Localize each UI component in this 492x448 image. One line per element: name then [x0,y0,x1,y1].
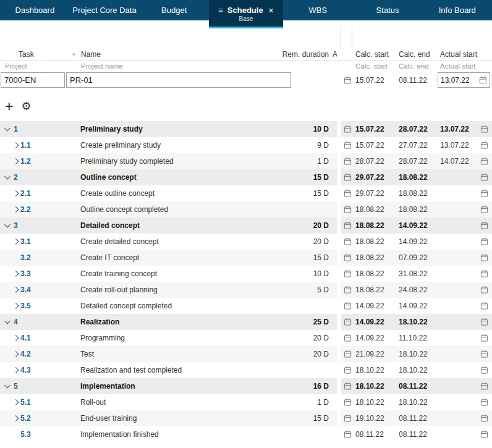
task-row[interactable]: 2.2Outline concept completed18.08.2218.0… [0,201,492,218]
calendar-icon[interactable] [480,270,488,278]
calendar-icon[interactable] [344,238,352,246]
calendar-icon[interactable] [480,350,488,358]
project-actual-start-field[interactable]: 13.07.22 [438,72,490,88]
chevron-right-icon[interactable] [13,334,20,342]
calendar-icon[interactable] [480,190,488,198]
project-name-input[interactable] [66,72,291,88]
chevron-right-icon[interactable] [13,158,20,165]
chevron-right-icon[interactable] [13,399,20,406]
calendar-icon[interactable] [480,222,488,230]
column-header-truncated[interactable]: A [333,50,337,59]
column-header-calc-end[interactable]: Calc. end [399,50,430,59]
chevron-right-icon[interactable] [13,206,20,213]
tab-budget[interactable]: Budget [139,0,209,20]
chevron-down-icon[interactable] [4,125,11,133]
calendar-icon[interactable] [344,302,352,310]
task-row[interactable]: 3.5Detailed concept completed14.09.2214.… [0,298,492,314]
calendar-icon[interactable] [344,270,352,278]
chevron-right-icon[interactable] [13,238,20,245]
calendar-icon[interactable] [344,158,352,166]
calendar-icon[interactable] [480,415,488,423]
close-icon[interactable]: × [269,6,274,15]
calendar-icon[interactable] [480,142,488,150]
calendar-icon[interactable] [344,366,352,374]
calendar-icon[interactable] [344,174,352,182]
menu-icon[interactable]: ≡ [218,6,223,14]
calendar-icon[interactable] [344,415,352,423]
chevron-right-icon[interactable] [13,286,20,294]
calendar-icon[interactable] [480,158,488,166]
calendar-icon[interactable] [480,174,488,182]
tab-wbs[interactable]: WBS [283,0,353,20]
chevron-right-icon[interactable] [13,270,20,277]
column-header-name[interactable]: Name [81,50,101,59]
task-row[interactable]: 3.1Create detailed concept20 D18.08.2214… [0,234,492,250]
add-column-icon[interactable]: + [72,50,76,59]
calendar-icon[interactable] [344,382,352,391]
calendar-icon[interactable] [480,366,488,374]
tab-schedule[interactable]: ≡Schedule×Base [209,0,283,28]
calendar-icon[interactable] [480,334,488,342]
calendar-icon[interactable] [480,431,488,439]
column-header-actual-start[interactable]: Actual start [440,50,477,59]
calendar-icon[interactable] [480,254,488,262]
task-row[interactable]: 3.4Create roll-out planning5 D18.08.2224… [0,282,492,298]
chevron-down-icon[interactable] [4,222,11,229]
calendar-icon[interactable] [344,350,352,358]
calendar-icon[interactable] [480,318,488,326]
calendar-icon[interactable] [344,254,352,262]
chevron-right-icon[interactable] [13,415,20,422]
calendar-icon[interactable] [479,76,487,84]
chevron-right-icon[interactable] [13,350,20,358]
task-row[interactable]: 3.2Create IT concept15 D18.08.2207.09.22 [0,250,492,266]
task-row[interactable]: 4.1Programming20 D14.09.2211.10.22 [0,330,492,346]
calendar-icon[interactable] [480,206,488,214]
chevron-right-icon[interactable] [13,302,20,310]
calendar-icon[interactable] [344,399,352,407]
calendar-icon[interactable] [344,206,352,214]
calendar-icon[interactable] [344,431,352,439]
add-task-icon[interactable]: + [5,100,13,112]
chevron-right-icon[interactable] [13,366,20,374]
tab-status[interactable]: Status [353,0,423,20]
calendar-icon[interactable] [344,77,352,85]
calendar-icon[interactable] [480,382,488,391]
column-header-rem-duration[interactable]: Rem. duration [282,50,329,59]
tab-info-board[interactable]: Info Board [422,0,492,20]
calendar-icon[interactable] [480,302,488,310]
calendar-icon[interactable] [344,142,352,150]
chevron-right-icon[interactable] [13,142,20,149]
column-header-calc-start[interactable]: Calc. start [355,50,389,59]
task-row[interactable]: 2Outline concept15 D29.07.2218.08.22 [0,169,492,185]
calendar-icon[interactable] [344,190,352,198]
calendar-icon[interactable] [480,238,488,246]
calendar-icon[interactable] [344,286,352,294]
chevron-right-icon[interactable] [13,190,20,197]
tab-dashboard[interactable]: Dashboard [0,0,70,20]
tab-project-core-data[interactable]: Project Core Data [70,0,140,20]
task-row[interactable]: 1.2Preliminary study completed1 D28.07.2… [0,153,492,169]
task-row[interactable]: 4Realization25 D14.09.2218.10.22 [0,314,492,330]
task-row[interactable]: 5.1Roll-out1 D18.10.2218.10.22 [0,394,492,410]
task-row[interactable]: 4.3Realization and test completed18.10.2… [0,362,492,378]
chevron-down-icon[interactable] [4,174,11,181]
settings-gear-icon[interactable]: ⚙ [21,100,31,112]
task-row[interactable]: 5.2End-user training15 D19.10.2208.11.22 [0,410,492,426]
task-row[interactable]: 1.1Create preliminary study9 D15.07.2227… [0,137,492,153]
column-header-task[interactable]: Task [19,50,34,59]
project-id-input[interactable] [1,72,65,88]
chevron-down-icon[interactable] [4,318,11,326]
calendar-icon[interactable] [344,334,352,342]
task-row[interactable]: 1Preliminary study10 D15.07.2228.07.2213… [0,121,492,137]
task-row[interactable]: 4.2Test20 D21.09.2218.10.22 [0,346,492,362]
calendar-icon[interactable] [344,222,352,230]
calendar-icon[interactable] [344,318,352,326]
panel-splitter[interactable] [341,26,341,49]
task-row[interactable]: 3Detailed concept20 D18.08.2214.09.22 [0,218,492,234]
chevron-down-icon[interactable] [4,382,11,390]
calendar-icon[interactable] [480,125,488,133]
task-row[interactable]: 5.3Implementation finished08.11.2208.11.… [0,426,492,442]
task-row[interactable]: 2.1Create outline concept15 D29.07.2218.… [0,185,492,201]
calendar-icon[interactable] [480,286,488,294]
task-row[interactable]: 5Implementation16 D18.10.2208.11.22 [0,378,492,394]
